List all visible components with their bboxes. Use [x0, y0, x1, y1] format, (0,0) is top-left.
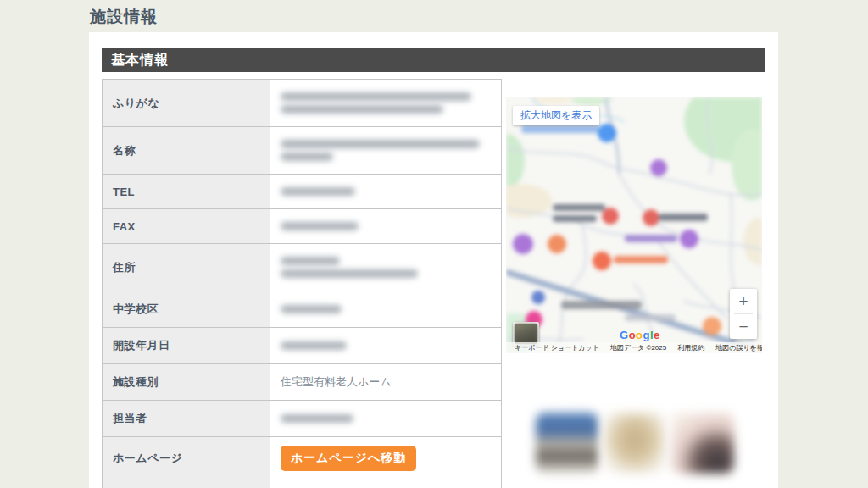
street-view-image: [515, 324, 537, 344]
table-row: FAX: [103, 209, 502, 244]
row-value: [270, 80, 502, 127]
row-label: 名称: [103, 127, 270, 175]
map-place-label: [561, 301, 642, 309]
row-label: 住所: [103, 244, 270, 291]
redacted-text: [281, 92, 471, 101]
page-title: 施設情報: [90, 6, 158, 28]
right-column: 拡大地図を表示 + − Google キーボード ショートカット 地図データ ©…: [506, 97, 765, 474]
row-label: 担当者: [103, 401, 270, 437]
map-place-label: [553, 204, 605, 211]
basic-info-table: ふりがな名称TELFAX住所中学校区開設年月日施設種別住宅型有料老人ホーム担当者…: [102, 79, 502, 488]
row-value: ホームページへ移動: [270, 437, 502, 480]
table-row: 名称: [103, 127, 502, 175]
row-value: [270, 244, 502, 291]
redacted-text: [281, 187, 355, 196]
google-logo-letter: g: [643, 329, 650, 341]
row-value: [270, 127, 502, 175]
row-value: 住宅型有料老人ホーム: [270, 364, 502, 401]
table-row: 担当者: [103, 401, 502, 437]
row-value: [270, 175, 502, 209]
map-data-copyright: 地図データ ©2025: [610, 343, 666, 352]
google-logo-letter: o: [629, 329, 636, 341]
redacted-text: [281, 305, 342, 313]
map-place-label: [614, 256, 668, 263]
content-card: 基本情報 ふりがな名称TELFAX住所中学校区開設年月日施設種別住宅型有料老人ホ…: [89, 32, 778, 488]
table-row: 住所: [103, 244, 502, 291]
map-place-labels: [506, 97, 762, 353]
view-larger-map-link[interactable]: 拡大地図を表示: [513, 106, 599, 125]
redacted-text: [281, 140, 480, 148]
table-row: 施設種別住宅型有料老人ホーム: [103, 364, 502, 401]
terms-of-use-link[interactable]: 利用規約: [677, 343, 704, 352]
google-logo-letter: e: [654, 329, 660, 341]
row-label: 開設年月日: [103, 328, 270, 364]
redacted-text: [281, 105, 443, 114]
table-row: 施設紹介資料: [103, 480, 502, 488]
map-imagery: [506, 97, 762, 353]
facility-photo-thumbnail[interactable]: [536, 413, 598, 474]
row-value: [270, 480, 502, 488]
zoom-in-button[interactable]: +: [730, 289, 757, 313]
row-label: FAX: [103, 209, 270, 244]
go-to-homepage-button[interactable]: ホームページへ移動: [281, 446, 416, 471]
map-attribution-bar: キーボード ショートカット 地図データ ©2025 利用規約 地図の誤りを報告す…: [506, 342, 762, 353]
row-label: TEL: [103, 175, 270, 209]
google-logo-letter: o: [636, 329, 643, 341]
row-value: [270, 291, 502, 328]
facility-photo-thumbnail[interactable]: [671, 413, 734, 474]
table-row: ホームページホームページへ移動: [103, 437, 502, 480]
table-row: TEL: [103, 175, 502, 209]
row-label: 中学校区: [103, 291, 270, 328]
zoom-out-button[interactable]: −: [730, 314, 757, 339]
table-row: 開設年月日: [103, 328, 502, 364]
map-place-label: [553, 215, 597, 222]
table-row: ふりがな: [103, 80, 502, 127]
redacted-text: [281, 414, 353, 423]
row-value: [270, 209, 502, 244]
google-map[interactable]: 拡大地図を表示 + − Google キーボード ショートカット 地図データ ©…: [506, 97, 762, 353]
map-place-label: [625, 235, 677, 242]
report-map-error-link[interactable]: 地図の誤りを報告する: [715, 343, 762, 352]
section-header-basic-info: 基本情報: [102, 48, 765, 72]
google-logo[interactable]: Google: [620, 329, 660, 341]
redacted-text: [281, 269, 418, 278]
redacted-text: [281, 222, 359, 230]
keyboard-shortcuts-link[interactable]: キーボード ショートカット: [515, 343, 599, 352]
row-value: [270, 328, 502, 364]
row-label: 施設種別: [103, 364, 270, 401]
map-zoom-control: + −: [730, 289, 757, 339]
table-row: 中学校区: [103, 291, 502, 328]
row-label: 施設紹介資料: [103, 480, 270, 488]
google-logo-letter: G: [620, 329, 629, 341]
map-place-label: [659, 214, 708, 221]
facility-photo-thumbnail[interactable]: [604, 413, 666, 474]
map-place-label: [521, 125, 599, 133]
basic-info-table-body: ふりがな名称TELFAX住所中学校区開設年月日施設種別住宅型有料老人ホーム担当者…: [103, 80, 502, 488]
row-value: [270, 401, 502, 437]
redacted-text: [281, 341, 347, 350]
redacted-text: [281, 152, 333, 161]
facility-photos: [536, 413, 765, 474]
row-label: ふりがな: [103, 80, 270, 127]
map-place-label: [625, 314, 676, 321]
row-label: ホームページ: [103, 437, 270, 480]
content-row: ふりがな名称TELFAX住所中学校区開設年月日施設種別住宅型有料老人ホーム担当者…: [102, 79, 765, 488]
redacted-text: [281, 257, 340, 265]
